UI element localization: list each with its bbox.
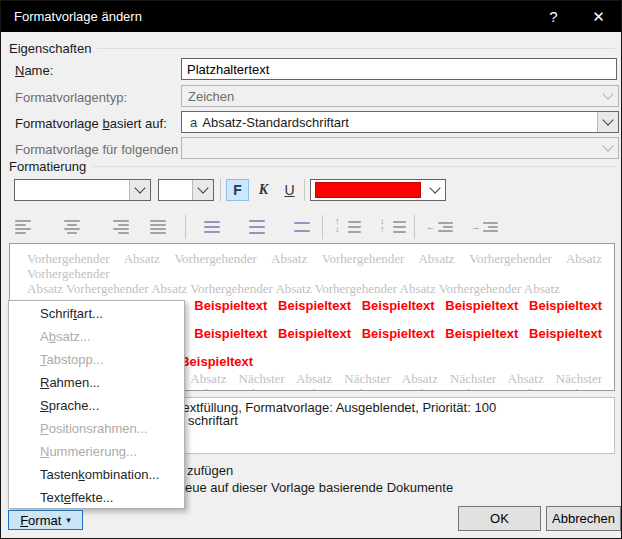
decrease-indent-icon[interactable]: ← [427, 215, 453, 239]
menu-item-tabstopp: Tabstopp... [9, 348, 184, 371]
dialog-title: Formatvorlage ändern [14, 9, 142, 24]
preview-line: Absatz Vorhergehender Absatz Vorhergehen… [27, 281, 602, 296]
formatting-group-label: Formatierung [9, 159, 92, 174]
new-documents-radio-label[interactable]: eue auf dieser Vorlage basierende Dokume… [185, 480, 453, 495]
menu-item-schriftart[interactable]: Schriftart... [9, 302, 184, 325]
style-description-line2: schriftart [188, 413, 238, 428]
align-right-icon[interactable] [105, 215, 129, 239]
menu-item-nummerierung: Nummerierung... [9, 440, 184, 463]
based-on-combobox[interactable]: a Absatz-Standardschriftart [181, 111, 619, 133]
toolbar-separator [220, 179, 221, 201]
align-justify-icon[interactable] [150, 215, 174, 239]
font-color-combobox[interactable] [310, 179, 446, 201]
format-menu: Schriftart...Absatz...Tabstopp...Rahmen.… [8, 300, 185, 509]
based-on-value: Absatz-Standardschriftart [202, 115, 597, 130]
italic-button[interactable]: K [252, 179, 275, 201]
chevron-down-icon [598, 138, 618, 158]
toolbar-separator [185, 215, 186, 239]
properties-group-label: Eigenschaften [9, 41, 97, 56]
menu-item-tastenkombination[interactable]: Tastenkombination... [9, 463, 184, 486]
font-size-combobox[interactable] [158, 179, 214, 201]
decrease-paragraph-spacing-icon[interactable]: ↓↑ [380, 215, 406, 239]
line-spacing-15-icon[interactable] [249, 215, 273, 239]
style-type-value: Zeichen [182, 89, 598, 104]
preview-line: Vorhergehender Absatz Vorhergehender Abs… [27, 251, 602, 281]
add-to-gallery-checkbox-label[interactable]: zufügen [187, 463, 233, 478]
formatting-group-rule [93, 166, 615, 167]
menu-item-sprache[interactable]: Sprache... [9, 394, 184, 417]
line-spacing-1-icon[interactable] [204, 215, 228, 239]
cancel-button[interactable]: Abbrechen [546, 506, 621, 531]
style-type-label: Formatvorlagentyp: [15, 90, 127, 105]
chevron-down-icon[interactable] [425, 180, 445, 200]
properties-group-rule [93, 48, 615, 49]
align-left-icon[interactable] [15, 215, 39, 239]
toolbar-separator [304, 179, 305, 201]
underline-button[interactable]: U [278, 179, 301, 201]
style-type-combobox: Zeichen [181, 85, 619, 107]
name-label: Name: [15, 63, 53, 78]
menu-item-positionsrahmen: Positionsrahmen... [9, 417, 184, 440]
title-bar: Formatvorlage ändern [1, 1, 621, 32]
line-spacing-2-icon[interactable] [294, 215, 318, 239]
increase-paragraph-spacing-icon[interactable]: ↑↓ [335, 215, 361, 239]
chevron-down-icon[interactable] [597, 112, 618, 132]
previous-paragraph-text: Vorhergehender Absatz Vorhergehender Abs… [27, 251, 602, 296]
based-on-label: Formatvorlage basiert auf: [15, 116, 167, 131]
chevron-down-icon[interactable] [192, 180, 213, 200]
close-icon[interactable]: ✕ [576, 1, 621, 32]
menu-item-absatz: Absatz... [9, 325, 184, 348]
following-paragraph-combobox [181, 137, 619, 159]
menu-item-rahmen[interactable]: Rahmen... [9, 371, 184, 394]
chevron-down-icon[interactable] [129, 180, 150, 200]
align-center-icon[interactable] [60, 215, 84, 239]
font-name-combobox[interactable] [14, 179, 151, 201]
toolbar-separator [322, 215, 323, 239]
font-color-swatch [315, 182, 421, 198]
increase-indent-icon[interactable]: → [472, 215, 498, 239]
toolbar-separator [414, 215, 415, 239]
modify-style-dialog: Formatvorlage ändern ? ✕ Eigenschaften N… [0, 0, 622, 539]
format-caret-icon: ▾ [66, 515, 71, 525]
character-style-icon: a [190, 115, 197, 130]
help-icon[interactable]: ? [531, 1, 576, 32]
name-input[interactable] [181, 58, 617, 80]
chevron-down-icon [598, 86, 618, 106]
menu-item-texteffekte[interactable]: Texteffekte... [9, 486, 184, 509]
ok-button[interactable]: OK [458, 506, 541, 531]
bold-button[interactable]: F [226, 179, 249, 201]
format-button[interactable]: Format ▾ [8, 510, 83, 530]
